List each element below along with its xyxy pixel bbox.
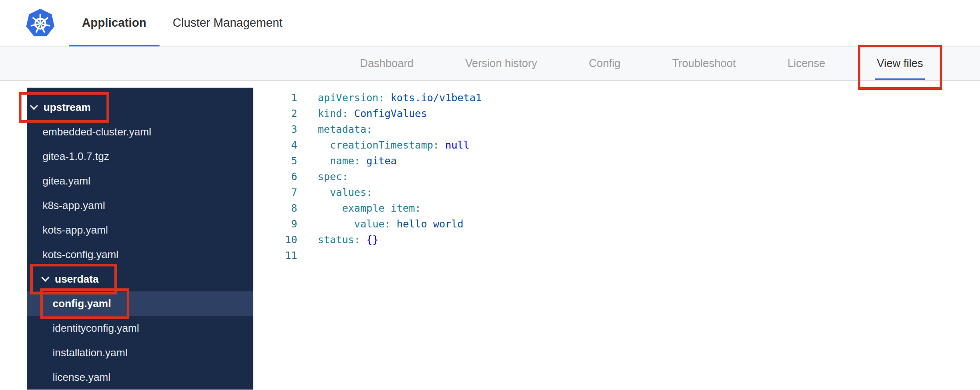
code-token: creationTimestamp: bbox=[330, 139, 439, 151]
code-token: values: bbox=[330, 187, 373, 198]
tree-item-label: gitea-1.0.7.tgz bbox=[43, 150, 109, 163]
code-token bbox=[360, 155, 366, 167]
tree-item-label: embedded-cluster.yaml bbox=[43, 126, 151, 138]
line-number: 4 bbox=[253, 137, 297, 153]
code-line: 11 bbox=[253, 248, 980, 263]
line-content: values: bbox=[318, 184, 373, 200]
line-number: 1 bbox=[253, 90, 297, 106]
tree-row-content: gitea.yaml bbox=[43, 169, 90, 193]
code-token bbox=[391, 218, 397, 230]
tree-file-k8s-app-yaml[interactable]: k8s-app.yaml bbox=[27, 193, 253, 218]
tree-row-content: embedded-cluster.yaml bbox=[43, 120, 151, 144]
code-token: kots.io/v1beta1 bbox=[391, 92, 482, 103]
code-token bbox=[318, 202, 342, 214]
code-token bbox=[348, 108, 354, 119]
app-subnav: DashboardVersion historyConfigTroublesho… bbox=[0, 46, 980, 81]
tree-item-label: config.yaml bbox=[53, 298, 111, 310]
line-number: 7 bbox=[253, 184, 297, 200]
line-content: metadata: bbox=[318, 121, 373, 137]
tree-item-label: license.yaml bbox=[53, 371, 110, 383]
chevron-down-icon bbox=[41, 273, 49, 281]
code-token: status: bbox=[318, 234, 360, 245]
line-number: 11 bbox=[253, 248, 297, 263]
tree-file-config-yaml[interactable]: config.yaml bbox=[27, 291, 253, 316]
tree-row-content: gitea-1.0.7.tgz bbox=[43, 144, 109, 169]
code-token bbox=[318, 155, 330, 167]
code-line: 10status: {} bbox=[253, 232, 980, 248]
line-content: status: {} bbox=[318, 232, 379, 248]
tab-view-files[interactable]: View files bbox=[877, 46, 923, 80]
tab-version-history[interactable]: Version history bbox=[465, 46, 537, 80]
tree-item-label: userdata bbox=[55, 273, 99, 285]
code-line: 7 values: bbox=[253, 184, 980, 200]
line-content: creationTimestamp: null bbox=[318, 137, 469, 153]
tree-item-label: installation.yaml bbox=[53, 347, 128, 359]
code-token bbox=[318, 187, 330, 198]
code-line: 5 name: gitea bbox=[253, 153, 980, 169]
file-editor[interactable]: 1apiVersion: kots.io/v1beta12kind: Confi… bbox=[253, 81, 980, 390]
tree-file-license-yaml[interactable]: license.yaml bbox=[27, 365, 253, 390]
tree-file-identityconfig-yaml[interactable]: identityconfig.yaml bbox=[27, 316, 253, 340]
tree-row-content: config.yaml bbox=[53, 291, 111, 316]
code-token bbox=[318, 139, 330, 151]
tree-file-gitea-yaml[interactable]: gitea.yaml bbox=[27, 169, 253, 193]
top-tabs: ApplicationCluster Management bbox=[69, 0, 296, 46]
tab-license[interactable]: License bbox=[788, 46, 825, 80]
code-token: hello world bbox=[397, 218, 463, 230]
line-number: 10 bbox=[253, 232, 297, 248]
code-line: 8 example_item: bbox=[253, 200, 980, 216]
line-content: name: gitea bbox=[318, 153, 397, 169]
code-token: gitea bbox=[366, 155, 397, 167]
code-line: 2kind: ConfigValues bbox=[253, 106, 980, 121]
tab-dashboard[interactable]: Dashboard bbox=[360, 46, 413, 80]
line-content: spec: bbox=[318, 169, 348, 184]
code-token: example_item: bbox=[342, 202, 421, 214]
tab-label: Troubleshoot bbox=[672, 57, 736, 70]
code-token bbox=[360, 234, 366, 245]
tab-label: Dashboard bbox=[360, 57, 413, 70]
file-tree-panel: upstreamembedded-cluster.yamlgitea-1.0.7… bbox=[27, 88, 253, 390]
code-token bbox=[318, 218, 354, 230]
tree-item-label: gitea.yaml bbox=[43, 175, 90, 187]
tree-folder-upstream[interactable]: upstream bbox=[27, 95, 253, 120]
tree-file-installation-yaml[interactable]: installation.yaml bbox=[27, 340, 253, 365]
line-content: value: hello world bbox=[318, 216, 463, 232]
code-line: 3metadata: bbox=[253, 121, 980, 137]
line-number: 8 bbox=[253, 200, 297, 216]
tree-file-embedded-cluster-yaml[interactable]: embedded-cluster.yaml bbox=[27, 120, 253, 144]
code-token: null bbox=[445, 139, 469, 151]
line-content: apiVersion: kots.io/v1beta1 bbox=[318, 90, 482, 106]
code-token: {} bbox=[366, 234, 379, 245]
tree-row-content: k8s-app.yaml bbox=[43, 193, 105, 218]
code-token: kind: bbox=[318, 108, 348, 119]
tree-file-kots-config-yaml[interactable]: kots-config.yaml bbox=[27, 242, 253, 267]
tree-item-label: kots-app.yaml bbox=[43, 224, 108, 236]
tab-config[interactable]: Config bbox=[589, 46, 620, 80]
tab-label: Version history bbox=[465, 57, 537, 70]
tab-label: License bbox=[788, 57, 825, 70]
tree-item-label: kots-config.yaml bbox=[43, 248, 118, 261]
code-area[interactable]: 1apiVersion: kots.io/v1beta12kind: Confi… bbox=[253, 90, 980, 263]
tab-label: Config bbox=[589, 57, 620, 70]
tree-row-content: installation.yaml bbox=[53, 340, 128, 365]
line-content: kind: ConfigValues bbox=[318, 106, 427, 121]
tree-folder-userdata[interactable]: userdata bbox=[27, 267, 253, 291]
code-token: value: bbox=[354, 218, 391, 230]
top-tab-cluster-management[interactable]: Cluster Management bbox=[160, 0, 296, 46]
code-token: name: bbox=[330, 155, 360, 167]
tab-troubleshoot[interactable]: Troubleshoot bbox=[672, 46, 736, 80]
code-token bbox=[439, 139, 445, 151]
line-content: example_item: bbox=[318, 200, 421, 216]
page-body: upstreamembedded-cluster.yamlgitea-1.0.7… bbox=[0, 81, 980, 390]
code-token: apiVersion: bbox=[318, 92, 384, 103]
chevron-down-icon bbox=[30, 102, 38, 110]
tree-row-content: userdata bbox=[43, 267, 99, 291]
code-token: metadata: bbox=[318, 124, 373, 135]
tree-file-gitea-1-0-7-tgz[interactable]: gitea-1.0.7.tgz bbox=[27, 144, 253, 169]
tree-file-kots-app-yaml[interactable]: kots-app.yaml bbox=[27, 218, 253, 242]
line-number: 9 bbox=[253, 216, 297, 232]
tree-item-label: upstream bbox=[43, 101, 91, 113]
top-tab-application[interactable]: Application bbox=[69, 0, 160, 46]
tree-row-content: identityconfig.yaml bbox=[53, 316, 139, 340]
tree-row-content: upstream bbox=[31, 95, 91, 120]
